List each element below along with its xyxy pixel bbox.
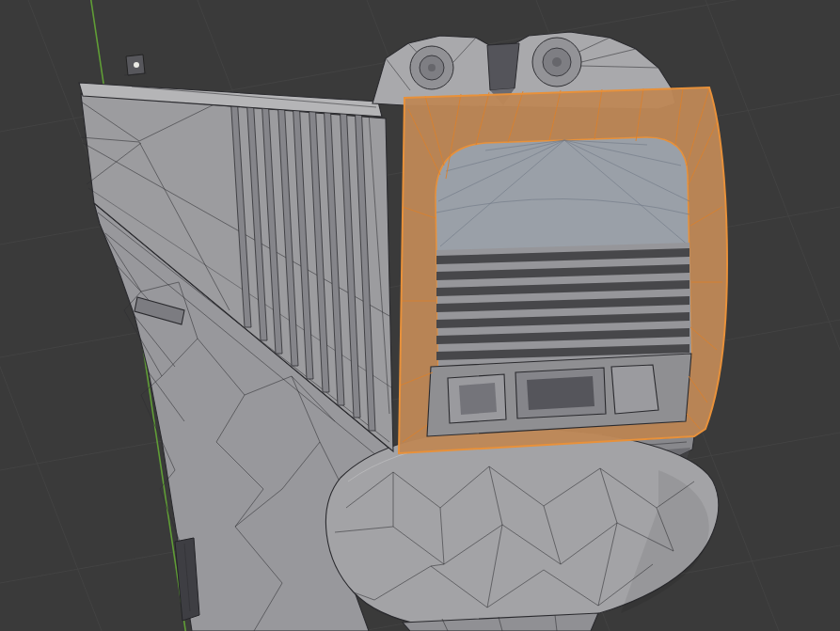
front-sight-dot (134, 62, 139, 68)
front-sight[interactable] (124, 55, 147, 75)
sight-post-right (532, 38, 581, 87)
viewport[interactable] (0, 0, 840, 631)
sight-post-left (410, 46, 453, 89)
viewport-canvas[interactable] (0, 0, 840, 631)
sight-notch (487, 43, 519, 90)
slide-rear-face[interactable] (399, 87, 727, 453)
